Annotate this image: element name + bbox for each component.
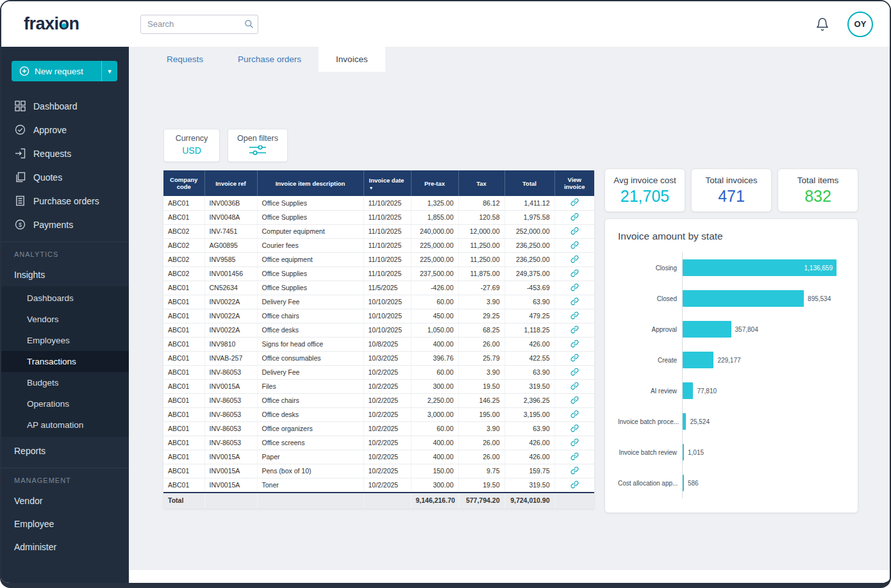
invoice-row[interactable]: ABC01INV0048AOffice Supplies11/10/20251,… [163,210,594,224]
new-request-button[interactable]: New request [12,61,101,81]
col-pre-tax[interactable]: Pre-tax [411,170,458,196]
tab-purchase-orders[interactable]: Purchase orders [221,47,319,72]
chart-bar[interactable] [683,321,731,338]
invoice-row[interactable]: ABC01INV-86053Office screens10/2/2025400… [163,436,594,450]
view-invoice-link-icon[interactable] [554,365,594,379]
sidebar-item-reports[interactable]: Reports [1,437,129,462]
invoice-row[interactable]: ABC02AG00895Courier fees11/10/2025225,00… [163,238,594,252]
invoice-cell: Pens (box of 10) [257,464,363,478]
invoice-row[interactable]: ABC02INV-7451Computer equipment11/10/202… [163,224,594,238]
total-label: Total [163,493,204,509]
view-invoice-link-icon[interactable] [554,266,594,281]
view-invoice-link-icon[interactable] [554,238,594,252]
currency-selector[interactable]: Currency USD [163,129,220,162]
view-invoice-link-icon[interactable] [554,478,594,493]
invoice-cell: 11/10/2025 [363,238,411,252]
invoice-row[interactable]: ABC01INV0022AOffice desks10/10/20251,050… [163,323,594,337]
sidebar-item-requests[interactable]: Requests [1,142,129,165]
view-invoice-link-icon[interactable] [554,436,594,450]
invoice-row[interactable]: ABC02INV001456Office Supplies11/10/20252… [163,266,594,281]
view-invoice-link-icon[interactable] [554,393,594,407]
table-header-row: Company code Invoice ref Invoice item de… [163,170,594,196]
view-invoice-link-icon[interactable] [554,351,594,365]
view-invoice-link-icon[interactable] [554,210,594,224]
kpi-value: 21,705 [620,187,669,206]
sidebar-item-dashboard[interactable]: Dashboard [1,94,129,118]
invoice-cell: 11,250.00 [458,238,504,252]
chart-value-label: 25,524 [690,418,710,425]
search-input[interactable] [140,15,258,34]
col-total[interactable]: Total [504,170,554,196]
sidebar-item-administer[interactable]: Administer [1,535,129,559]
col-invoice-ref[interactable]: Invoice ref [204,170,257,196]
sidebar-item-employees[interactable]: Employees [1,330,129,351]
invoice-row[interactable]: ABC01INV0015AToner10/2/2025300.0019.5031… [163,478,594,493]
invoice-cell: 11/10/2025 [363,252,411,266]
sidebar-item-insights[interactable]: Insights [1,263,129,286]
invoice-row[interactable]: ABC01INV0015AFiles10/2/2025300.0019.5031… [163,379,594,393]
sidebar-item-dashboards[interactable]: Dashboards [1,288,129,309]
notifications-bell-icon[interactable] [815,17,829,31]
invoice-row[interactable]: ABC02INV9585Office equipment11/10/202522… [163,252,594,266]
col-tax[interactable]: Tax [458,170,504,196]
invoice-cell: 26.00 [458,450,504,464]
invoice-row[interactable]: ABC01INV0022ADelivery Fee10/10/202560.00… [163,295,594,309]
chart-value-label: 1,136,659 [804,265,833,272]
col-company-code[interactable]: Company code [163,170,204,196]
view-invoice-link-icon[interactable] [554,337,594,351]
view-invoice-link-icon[interactable] [554,464,594,478]
view-invoice-link-icon[interactable] [554,450,594,464]
invoice-row[interactable]: ABC01INV9810Signs for head office10/8/20… [163,337,594,351]
sidebar-item-approve[interactable]: Approve [1,118,129,142]
chart-bar[interactable]: 1,136,659 [683,259,837,276]
invoice-row[interactable]: ABC01CN52634Office Supplies11/5/2025-426… [163,281,594,295]
view-invoice-link-icon[interactable] [554,281,594,295]
col-invoice-date[interactable]: Invoice date ▼ [363,170,411,196]
sidebar-item-purchase-orders[interactable]: Purchase orders [1,189,129,213]
chart-bar[interactable] [683,413,686,430]
chart-bar[interactable] [683,444,684,461]
view-invoice-link-icon[interactable] [554,224,594,238]
invoice-cell: 3.90 [458,421,504,436]
invoice-row[interactable]: ABC01INV0015APens (box of 10)10/2/202515… [163,464,594,478]
invoice-row[interactable]: ABC01INVAB-257Office consumables10/3/202… [163,351,594,365]
tab-requests[interactable]: Requests [149,47,221,72]
view-invoice-link-icon[interactable] [554,295,594,309]
sidebar-item-vendors[interactable]: Vendors [1,309,129,330]
purchase-orders-document-icon [14,195,26,206]
invoice-cell: 63.90 [504,421,554,436]
col-invoice-item-description[interactable]: Invoice item description [257,170,363,196]
invoice-row[interactable]: ABC01INV-86053Office chairs10/2/20252,25… [163,393,594,407]
chart-bar[interactable] [683,290,804,307]
search-icon[interactable] [244,19,254,31]
sidebar-item-operations[interactable]: Operations [1,393,129,414]
invoice-row[interactable]: ABC01INV-86053Office desks10/2/20253,000… [163,407,594,421]
sidebar-item-budgets[interactable]: Budgets [1,372,129,393]
invoice-row[interactable]: ABC01INV0015APaper10/2/2025400.0026.0042… [163,450,594,464]
chart-bar[interactable] [683,352,713,368]
sidebar-item-transactions[interactable]: Transactions [1,351,129,372]
view-invoice-link-icon[interactable] [554,323,594,337]
open-filters-button[interactable]: Open filters [228,129,288,162]
sidebar-item-employee[interactable]: Employee [1,512,129,535]
invoice-cell: 11/10/2025 [363,210,411,224]
chart-bar[interactable] [683,475,684,491]
view-invoice-link-icon[interactable] [554,379,594,393]
invoice-row[interactable]: ABC01INV0022AOffice chairs10/10/2025450.… [163,309,594,323]
chart-bar[interactable] [683,382,693,399]
view-invoice-link-icon[interactable] [554,309,594,323]
invoice-row[interactable]: ABC01INV0036BOffice Supplies11/10/20251,… [163,196,594,210]
view-invoice-link-icon[interactable] [554,252,594,266]
new-request-dropdown-toggle[interactable]: ▾ [101,61,117,81]
tab-invoices[interactable]: Invoices [319,47,385,72]
sidebar-item-ap-automation[interactable]: AP automation [1,414,129,436]
invoice-row[interactable]: ABC01INV-86053Office organizers10/2/2025… [163,421,594,436]
sidebar-item-vendor[interactable]: Vendor [1,489,129,512]
view-invoice-link-icon[interactable] [554,196,594,210]
user-avatar[interactable]: OY [847,12,873,37]
view-invoice-link-icon[interactable] [554,421,594,436]
invoice-row[interactable]: ABC01INV-86053Delivery Fee10/2/202560.00… [163,365,594,379]
view-invoice-link-icon[interactable] [554,407,594,421]
sidebar-item-quotes[interactable]: Quotes [1,165,129,189]
sidebar-item-payments[interactable]: $ Payments [1,213,129,236]
